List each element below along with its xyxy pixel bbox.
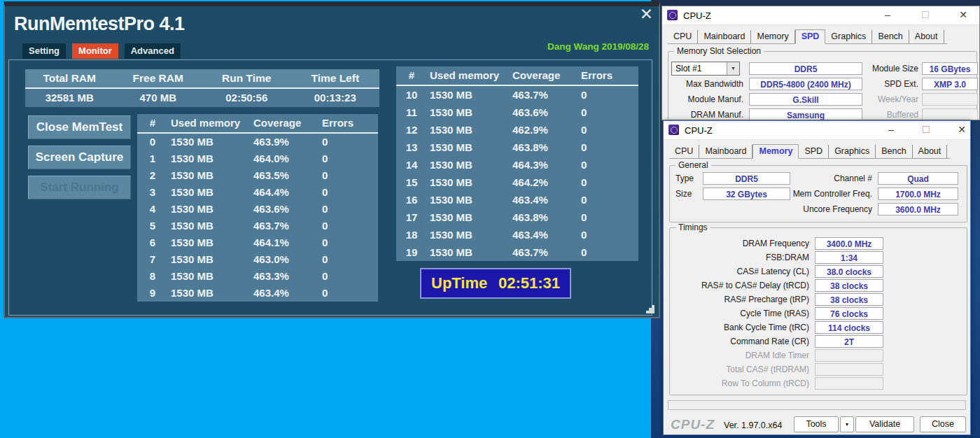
bank-cycle-time-label: Bank Cycle Time (tRC) xyxy=(670,323,809,332)
stats-header-time-left: Time Left xyxy=(291,69,380,87)
close-icon[interactable]: ✕ xyxy=(956,9,970,20)
dram-idle-timer-field xyxy=(815,349,883,362)
version-text: Ver. 1.97.0.x64 xyxy=(724,421,782,430)
size-label: Size xyxy=(676,189,699,199)
total-cas-field xyxy=(815,363,883,376)
tab-graphics[interactable]: Graphics xyxy=(825,30,872,44)
cpuz-spd-window: CPU-Z – ☐ ✕ CPU Mainboard Memory SPD Gra… xyxy=(662,6,980,120)
stats-header-free-ram: Free RAM xyxy=(114,69,203,87)
stats-table: Total RAM Free RAM Run Time Time Left 32… xyxy=(25,69,379,107)
tab-bench[interactable]: Bench xyxy=(876,145,912,159)
chevron-down-icon[interactable]: ▼ xyxy=(727,62,739,75)
tab-advanced[interactable]: Advanced xyxy=(125,43,181,59)
stats-total-ram: 32581 MB xyxy=(25,89,114,107)
maximize-icon[interactable]: ☐ xyxy=(919,124,933,135)
general-group: General Type DDR5 Channel # Quad Size 32… xyxy=(669,165,967,222)
col-header-errors: Errors xyxy=(580,66,638,85)
row-to-column-field xyxy=(815,377,883,390)
results-table-right: # Used memory Coverage Errors 101530 MB4… xyxy=(396,66,638,261)
module-size-field: 16 GBytes xyxy=(922,62,978,75)
table-row: 51530 MB463.7%0 xyxy=(137,218,378,234)
window-title: CPU-Z xyxy=(685,125,713,136)
stats-header-run-time: Run Time xyxy=(202,69,291,87)
memtest-tab-bar: Setting Monitor Advanced xyxy=(22,43,181,59)
results-table-left: # Used memory Coverage Errors 01530 MB46… xyxy=(137,114,378,302)
tools-dropdown-icon[interactable]: ▼ xyxy=(840,416,854,432)
table-row: 61530 MB464.1%0 xyxy=(137,234,378,251)
tab-cpu[interactable]: CPU xyxy=(668,30,698,44)
ras-to-cas-delay-field: 38 clocks xyxy=(815,279,883,292)
maximize-icon[interactable]: ☐ xyxy=(918,9,932,20)
cas-latency-field: 38.0 clocks xyxy=(815,265,883,278)
col-header-coverage: Coverage xyxy=(252,114,321,132)
tab-spd[interactable]: SPD xyxy=(799,145,829,159)
uncore-frequency-field: 3600.0 MHz xyxy=(878,203,958,216)
close-button[interactable]: Close xyxy=(920,416,966,432)
tab-spd[interactable]: SPD xyxy=(795,29,826,45)
ras-to-cas-delay-label: RAS# to CAS# Delay (tRCD) xyxy=(670,281,809,290)
tools-button[interactable]: Tools xyxy=(794,416,839,432)
memory-slot-selection-group: Memory Slot Selection Slot #1 ▼ DDR5 Mod… xyxy=(668,51,977,120)
total-cas-label: Total CAS# (tRDRAM) xyxy=(670,365,809,374)
close-icon[interactable]: ✕ xyxy=(955,124,969,135)
dram-frequency-label: DRAM Frequency xyxy=(670,239,809,248)
bank-cycle-time-field: 114 clocks xyxy=(815,321,883,334)
table-row: 11530 MB464.0%0 xyxy=(137,150,378,167)
dram-idle-timer-label: DRAM Idle Timer xyxy=(670,351,809,360)
window-title: CPU-Z xyxy=(683,10,711,21)
col-header-used-memory: Used memory xyxy=(168,114,252,132)
table-row: 181530 MB463.4%0 xyxy=(396,226,638,243)
tab-monitor[interactable]: Monitor xyxy=(72,43,118,59)
cpuz-tab-bar: CPU Mainboard Memory SPD Graphics Bench … xyxy=(669,143,950,159)
table-row: 171530 MB463.8%0 xyxy=(396,209,638,226)
start-running-button[interactable]: Start Running xyxy=(28,176,131,199)
tab-cpu[interactable]: CPU xyxy=(669,145,699,159)
col-header-num: # xyxy=(137,114,168,132)
mem-controller-freq-label: Mem Controller Freq. xyxy=(712,189,872,199)
uptime-value: 02:51:31 xyxy=(498,274,560,292)
ras-precharge-field: 38 clocks xyxy=(815,293,883,306)
tab-about[interactable]: About xyxy=(913,145,948,159)
tab-bench[interactable]: Bench xyxy=(872,30,909,44)
validate-button[interactable]: Validate xyxy=(855,416,914,432)
tab-memory[interactable]: Memory xyxy=(751,30,794,44)
close-memtest-button[interactable]: Close MemTest xyxy=(28,115,131,139)
cpuz-memory-window: CPU-Z – ☐ ✕ CPU Mainboard Memory SPD Gra… xyxy=(663,120,971,435)
screen-capture-button[interactable]: Screen Capture xyxy=(28,146,131,169)
slot-select-dropdown[interactable]: Slot #1 ▼ xyxy=(671,62,740,76)
memtest-window-title: RunMemtestPro 4.1 xyxy=(14,13,185,35)
dram-frequency-field: 3400.0 MHz xyxy=(815,237,883,250)
table-row: 81530 MB463.3%0 xyxy=(137,268,378,285)
uptime-label: UpTime xyxy=(431,274,487,292)
uncore-frequency-label: Uncore Frequency xyxy=(712,204,872,214)
table-row: 71530 MB463.0%0 xyxy=(137,251,378,268)
tab-memory[interactable]: Memory xyxy=(752,144,799,160)
title-bar[interactable]: CPU-Z – ☐ ✕ xyxy=(662,6,979,25)
minimize-icon[interactable]: – xyxy=(881,9,895,20)
close-icon[interactable]: ✕ xyxy=(640,5,653,24)
tab-setting[interactable]: Setting xyxy=(22,43,66,59)
tab-mainboard[interactable]: Mainboard xyxy=(698,30,751,44)
table-row: 131530 MB463.8%0 xyxy=(396,139,638,156)
group-label: General xyxy=(676,160,711,170)
table-row: 01530 MB463.9%0 xyxy=(137,134,378,150)
resize-grip[interactable] xyxy=(652,311,654,313)
tab-mainboard[interactable]: Mainboard xyxy=(699,145,752,159)
uptime-box: UpTime 02:51:31 xyxy=(420,268,571,299)
tab-about[interactable]: About xyxy=(909,30,944,44)
channel-label: Channel # xyxy=(712,174,872,183)
table-row: 121530 MB462.9%0 xyxy=(396,121,638,139)
col-header-coverage: Coverage xyxy=(511,66,580,85)
tab-graphics[interactable]: Graphics xyxy=(829,145,876,159)
author-date-text: Dang Wang 2019/08/28 xyxy=(547,41,649,52)
buffered-field xyxy=(922,108,978,120)
minimize-icon[interactable]: – xyxy=(884,124,898,135)
mem-controller-freq-field: 1700.0 MHz xyxy=(878,188,958,200)
status-strip xyxy=(668,400,966,410)
cycle-time-field: 76 clocks xyxy=(815,307,883,320)
table-row: 21530 MB463.5%0 xyxy=(137,167,378,184)
memtest-window: RunMemtestPro 4.1 ✕ Dang Wang 2019/08/28… xyxy=(4,1,660,318)
title-bar[interactable]: CPU-Z – ☐ ✕ xyxy=(664,121,970,140)
table-row: 141530 MB464.3%0 xyxy=(396,156,638,174)
spd-ext-label: SPD Ext. xyxy=(844,79,918,89)
